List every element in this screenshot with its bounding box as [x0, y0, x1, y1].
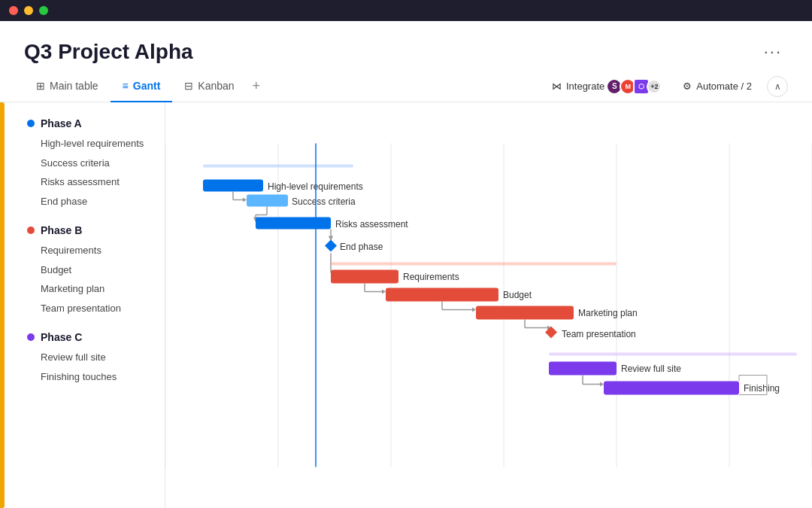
svg-rect-53: [604, 382, 739, 395]
phase-c-label: Phase C: [41, 331, 82, 343]
left-accent: [0, 102, 5, 508]
phase-a-section: Phase A High-level requirements Success …: [27, 117, 153, 211]
app-container: Q3 Project Alpha ··· ⊞ Main table ≡ Gant…: [0, 21, 812, 508]
list-item: Requirements: [27, 241, 153, 260]
svg-marker-23: [325, 240, 337, 252]
list-item: High-level requirements: [27, 134, 153, 154]
tab-kanban[interactable]: ⊟ Kanban: [172, 71, 246, 102]
svg-text:Team presentation: Team presentation: [562, 329, 636, 339]
gantt-svg: High-level requirements Success criteria…: [165, 110, 812, 500]
list-item: Marketing plan: [27, 279, 153, 299]
gantt-icon: ≡: [123, 80, 129, 92]
automate-button[interactable]: ⚙ Automate / 2: [677, 78, 758, 95]
minimize-button[interactable]: [24, 6, 33, 15]
svg-rect-40: [476, 306, 574, 320]
integrate-button[interactable]: ⋈ Integrate S M ⬡ +2: [546, 75, 668, 98]
svg-rect-19: [256, 217, 331, 230]
phase-a-label: Phase A: [41, 117, 82, 129]
tabs-right-actions: ⋈ Integrate S M ⬡ +2 ⚙ Automate / 2 ∧: [546, 75, 788, 98]
chevron-up-icon: ∧: [774, 81, 781, 92]
svg-rect-35: [386, 288, 498, 302]
tab-main-table[interactable]: ⊞ Main table: [24, 71, 111, 102]
integrate-label: Integrate: [566, 81, 604, 92]
tabs-bar: ⊞ Main table ≡ Gantt ⊟ Kanban + ⋈ Integr…: [0, 71, 812, 102]
list-item: Budget: [27, 260, 153, 280]
phase-c-title: Phase C: [27, 331, 153, 343]
svg-text:Risks assessment: Risks assessment: [335, 219, 408, 230]
list-item: Finishing touches: [27, 367, 153, 387]
svg-rect-8: [203, 180, 263, 192]
svg-marker-12: [243, 198, 247, 202]
automate-label: Automate / 2: [696, 81, 752, 92]
svg-rect-47: [549, 353, 797, 356]
tab-gantt[interactable]: ≡ Gantt: [111, 71, 173, 102]
table-icon: ⊞: [36, 80, 45, 92]
more-integrations-icon: +2: [647, 79, 662, 94]
phase-a-dot: [27, 120, 35, 127]
maximize-button[interactable]: [39, 6, 48, 15]
gantt-chart: High-level requirements Success criteria…: [165, 102, 812, 508]
svg-text:Marketing plan: Marketing plan: [578, 308, 638, 318]
integrate-icon: ⋈: [552, 81, 562, 92]
tab-gantt-label: Gantt: [133, 80, 161, 92]
svg-text:Review full site: Review full site: [621, 364, 681, 374]
svg-rect-48: [549, 362, 617, 376]
phase-b-label: Phase B: [41, 224, 82, 236]
svg-text:Success criteria: Success criteria: [292, 196, 356, 207]
main-content: Phase A High-level requirements Success …: [0, 102, 812, 508]
svg-marker-34: [382, 290, 386, 294]
list-item: Team presentation: [27, 299, 153, 318]
page-header: Q3 Project Alpha ···: [0, 21, 812, 65]
more-options-button[interactable]: ···: [758, 39, 788, 65]
tab-main-table-label: Main table: [50, 80, 98, 92]
phase-c-dot: [27, 333, 35, 341]
svg-rect-13: [247, 195, 288, 207]
phase-b-title: Phase B: [27, 224, 153, 236]
phase-a-title: Phase A: [27, 117, 153, 129]
svg-marker-52: [600, 382, 604, 387]
list-item: Review full site: [27, 348, 153, 367]
svg-text:End phase: End phase: [340, 242, 383, 252]
phase-b-section: Phase B Requirements Budget Marketing pl…: [27, 224, 153, 318]
collapse-button[interactable]: ∧: [767, 76, 788, 97]
gantt-sidebar: Phase A High-level requirements Success …: [0, 102, 165, 508]
svg-marker-39: [472, 308, 476, 312]
automate-icon: ⚙: [683, 81, 692, 92]
list-item: Success criteria: [27, 154, 153, 173]
integration-icons: S M ⬡ +2: [609, 78, 662, 95]
svg-rect-30: [331, 270, 398, 284]
close-button[interactable]: [9, 6, 18, 15]
svg-rect-7: [203, 165, 353, 168]
page-title: Q3 Project Alpha: [24, 40, 193, 64]
svg-text:Budget: Budget: [503, 290, 532, 300]
svg-text:Finishing: Finishing: [744, 383, 780, 394]
phase-c-section: Phase C Review full site Finishing touch…: [27, 331, 153, 386]
title-bar: [0, 0, 812, 21]
list-item: End phase: [27, 192, 153, 211]
phase-b-dot: [27, 227, 35, 234]
kanban-icon: ⊟: [184, 80, 193, 92]
svg-text:Requirements: Requirements: [403, 272, 459, 282]
tab-kanban-label: Kanban: [198, 80, 234, 92]
list-item: Risks assessment: [27, 172, 153, 192]
svg-rect-26: [331, 263, 617, 266]
add-tab-button[interactable]: +: [247, 72, 267, 100]
